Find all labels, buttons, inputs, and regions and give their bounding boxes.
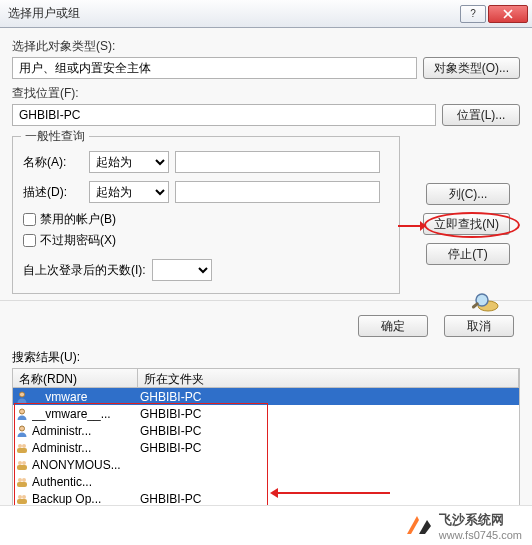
svg-rect-14 xyxy=(17,482,27,487)
user-icon xyxy=(15,424,29,438)
row-folder: GHBIBI-PC xyxy=(140,492,519,506)
results-label: 搜索结果(U): xyxy=(12,349,520,366)
table-row[interactable]: ANONYMOUS... xyxy=(13,456,519,473)
row-folder: GHBIBI-PC xyxy=(140,424,519,438)
window-title: 选择用户或组 xyxy=(8,5,458,22)
svg-point-4 xyxy=(20,409,25,414)
row-folder: GHBIBI-PC xyxy=(140,390,519,404)
group-icon xyxy=(15,458,29,472)
stop-button[interactable]: 停止(T) xyxy=(426,243,510,265)
group-icon xyxy=(15,475,29,489)
non-expiring-checkbox[interactable] xyxy=(23,234,36,247)
svg-point-16 xyxy=(22,495,26,499)
banner-url: www.fs0745.com xyxy=(439,529,522,541)
banner-logo-icon xyxy=(405,512,433,540)
row-name: __vmware__ xyxy=(32,390,140,404)
desc-input[interactable] xyxy=(175,181,380,203)
user-icon xyxy=(15,390,29,404)
close-button[interactable] xyxy=(488,5,528,23)
table-row[interactable]: __vmware__GHBIBI-PC xyxy=(13,388,519,405)
row-folder: GHBIBI-PC xyxy=(140,441,519,455)
disabled-accounts-checkbox[interactable] xyxy=(23,213,36,226)
name-input[interactable] xyxy=(175,151,380,173)
desc-match-select[interactable]: 起始为 xyxy=(89,181,169,203)
table-row[interactable]: __vmware__...GHBIBI-PC xyxy=(13,405,519,422)
object-type-label: 选择此对象类型(S): xyxy=(12,38,520,55)
row-name: Backup Op... xyxy=(32,492,140,506)
header-rdn[interactable]: 名称(RDN) xyxy=(13,369,138,387)
location-label: 查找位置(F): xyxy=(12,85,520,102)
non-expiring-label: 不过期密码(X) xyxy=(40,232,116,249)
locations-button[interactable]: 位置(L)... xyxy=(442,104,520,126)
row-name: Administr... xyxy=(32,441,140,455)
svg-point-6 xyxy=(18,444,22,448)
days-since-login-select[interactable] xyxy=(152,259,212,281)
svg-point-12 xyxy=(18,478,22,482)
disabled-accounts-label: 禁用的帐户(B) xyxy=(40,211,116,228)
banner-text: 飞沙系统网 xyxy=(439,511,522,529)
svg-point-7 xyxy=(22,444,26,448)
object-types-button[interactable]: 对象类型(O)... xyxy=(423,57,520,79)
table-row[interactable]: Authentic... xyxy=(13,473,519,490)
find-now-button[interactable]: 立即查找(N) xyxy=(423,213,510,235)
svg-point-5 xyxy=(20,426,25,431)
titlebar: 选择用户或组 ? xyxy=(0,0,532,28)
row-name: ANONYMOUS... xyxy=(32,458,140,472)
svg-point-13 xyxy=(22,478,26,482)
close-icon xyxy=(503,9,513,19)
name-match-select[interactable]: 起始为 xyxy=(89,151,169,173)
ok-button[interactable]: 确定 xyxy=(358,315,428,337)
location-field[interactable] xyxy=(12,104,436,126)
row-name: Authentic... xyxy=(32,475,140,489)
name-label: 名称(A): xyxy=(23,154,83,171)
group-icon xyxy=(15,492,29,506)
row-folder: GHBIBI-PC xyxy=(140,407,519,421)
svg-point-9 xyxy=(18,461,22,465)
svg-rect-8 xyxy=(17,448,27,453)
help-button[interactable]: ? xyxy=(460,5,486,23)
svg-marker-29 xyxy=(419,520,431,534)
desc-label: 描述(D): xyxy=(23,184,83,201)
svg-point-3 xyxy=(20,392,25,397)
watermark-banner: 飞沙系统网 www.fs0745.com xyxy=(0,505,532,545)
table-row[interactable]: Administr...GHBIBI-PC xyxy=(13,439,519,456)
svg-rect-17 xyxy=(17,499,27,504)
columns-button[interactable]: 列(C)... xyxy=(426,183,510,205)
annotation-arrow-right xyxy=(398,219,426,236)
header-folder[interactable]: 所在文件夹 xyxy=(138,369,519,387)
row-name: __vmware__... xyxy=(32,407,140,421)
row-name: Administr... xyxy=(32,424,140,438)
table-row[interactable]: Administr...GHBIBI-PC xyxy=(13,422,519,439)
general-query-legend: 一般性查询 xyxy=(21,128,89,145)
svg-marker-28 xyxy=(407,516,419,534)
days-since-login-label: 自上次登录后的天数(I): xyxy=(23,262,146,279)
object-type-field[interactable] xyxy=(12,57,417,79)
svg-point-10 xyxy=(22,461,26,465)
cancel-button[interactable]: 取消 xyxy=(444,315,514,337)
general-query-group: 一般性查询 名称(A): 起始为 描述(D): 起始为 禁用的帐户(B) 不过期… xyxy=(12,136,400,294)
group-icon xyxy=(15,441,29,455)
search-icon xyxy=(468,290,502,314)
results-header: 名称(RDN) 所在文件夹 xyxy=(12,368,520,388)
svg-rect-11 xyxy=(17,465,27,470)
svg-point-15 xyxy=(18,495,22,499)
user-icon xyxy=(15,407,29,421)
